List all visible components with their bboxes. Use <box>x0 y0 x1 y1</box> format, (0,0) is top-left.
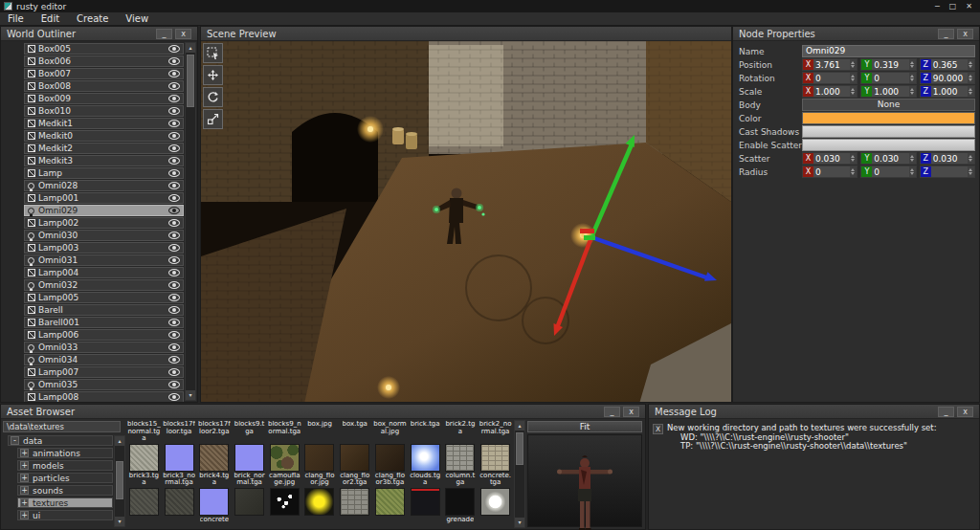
texture-asset[interactable] <box>479 488 512 524</box>
scroll-down-icon[interactable]: ▾ <box>115 517 124 526</box>
texture-asset[interactable]: blocks9_normal.tga <box>268 420 301 443</box>
position-z-field[interactable]: Z0.365 <box>920 58 975 71</box>
eye-icon[interactable] <box>168 194 180 202</box>
outliner-item[interactable]: Lamp001 <box>24 192 184 204</box>
fit-button[interactable]: Fit <box>527 421 642 432</box>
close-button[interactable]: x <box>623 407 639 417</box>
outliner-item[interactable]: Lamp008 <box>24 391 184 402</box>
texture-thumbnail[interactable] <box>304 444 334 472</box>
scene-viewport[interactable] <box>201 41 731 402</box>
texture-asset[interactable]: brick3_normal.tga <box>163 444 196 487</box>
minimize-button[interactable]: _ <box>604 407 620 417</box>
texture-thumbnail[interactable] <box>234 488 264 516</box>
texture-thumbnail[interactable] <box>165 444 194 472</box>
stepper-icon[interactable] <box>850 153 857 164</box>
scale-tool-button[interactable] <box>203 109 223 129</box>
eye-icon[interactable] <box>168 256 180 264</box>
scroll-down-icon[interactable]: ▾ <box>186 390 195 400</box>
texture-thumbnail[interactable] <box>270 444 300 472</box>
eye-icon[interactable] <box>168 244 180 252</box>
texture-thumbnail[interactable] <box>375 488 405 516</box>
texture-asset[interactable] <box>163 488 196 524</box>
texture-thumbnail[interactable] <box>411 488 440 516</box>
expand-icon[interactable]: + <box>20 511 29 519</box>
outliner-item[interactable]: Omni034 <box>24 354 184 365</box>
stepper-icon[interactable] <box>850 166 857 177</box>
texture-asset[interactable] <box>303 488 337 524</box>
eye-icon[interactable] <box>168 343 180 351</box>
enable-scatter-checkbox[interactable] <box>802 139 975 151</box>
texture-thumbnail[interactable] <box>304 488 334 516</box>
eye-icon[interactable] <box>168 356 180 364</box>
stepper-icon[interactable] <box>968 166 974 177</box>
eye-icon[interactable] <box>168 207 180 214</box>
log-entry-close-button[interactable]: X <box>653 424 663 434</box>
eye-icon[interactable] <box>168 306 180 314</box>
body-dropdown[interactable]: None <box>802 99 975 111</box>
expand-icon[interactable]: + <box>20 474 29 482</box>
menu-create[interactable]: Create <box>77 13 108 24</box>
texture-asset[interactable] <box>233 488 266 524</box>
stepper-icon[interactable] <box>909 153 916 164</box>
scale-x-field[interactable]: X1.000 <box>802 85 858 98</box>
rotation-y-field[interactable]: Y0 <box>860 72 916 84</box>
expand-icon[interactable]: + <box>20 461 29 470</box>
texture-thumbnail[interactable] <box>270 488 300 516</box>
asset-browser-titlebar[interactable]: Asset Browser _ x <box>1 405 645 419</box>
texture-asset[interactable]: grenade <box>444 488 478 524</box>
rotation-x-field[interactable]: X0 <box>802 72 858 84</box>
radius-x-field[interactable]: X0 <box>802 166 858 178</box>
texture-thumbnail[interactable] <box>234 444 264 472</box>
eye-icon[interactable] <box>168 294 180 301</box>
texture-asset[interactable]: brick_normal.tga <box>233 444 266 487</box>
scroll-down-icon[interactable]: ▾ <box>515 518 524 527</box>
texture-asset[interactable] <box>127 488 161 524</box>
scroll-thumb[interactable] <box>187 55 194 107</box>
scene-preview-titlebar[interactable]: Scene Preview <box>201 27 731 41</box>
expand-icon[interactable]: + <box>20 486 29 495</box>
scroll-up-icon[interactable]: ▴ <box>115 436 124 446</box>
minimize-button[interactable]: _ <box>938 407 954 417</box>
outliner-item[interactable]: Omni029 <box>24 205 184 216</box>
outliner-item[interactable]: Medkit0 <box>24 130 184 142</box>
eye-icon[interactable] <box>168 45 180 53</box>
eye-icon[interactable] <box>168 107 180 115</box>
collapse-icon[interactable]: - <box>11 436 19 445</box>
scale-y-field[interactable]: Y1.000 <box>860 85 916 98</box>
texture-asset[interactable]: brick3.tga <box>127 444 161 487</box>
outliner-item[interactable]: Lamp006 <box>24 329 184 341</box>
position-y-field[interactable]: Y0.319 <box>860 58 916 71</box>
radius-z-field[interactable]: Z <box>920 166 975 178</box>
eye-icon[interactable] <box>168 393 180 401</box>
rotation-z-field[interactable]: Z90.000 <box>920 72 975 84</box>
outliner-item[interactable]: Box009 <box>24 93 184 104</box>
close-button[interactable]: x <box>957 29 973 39</box>
outliner-item[interactable]: Box010 <box>24 105 184 117</box>
eye-icon[interactable] <box>168 144 180 152</box>
outliner-item[interactable]: Omni035 <box>24 379 184 390</box>
scatter-z-field[interactable]: Z0.030 <box>920 152 975 165</box>
grid-scrollbar[interactable]: ▴ ▾ <box>514 420 525 528</box>
tree-scrollbar[interactable]: ▴ ▾ <box>114 435 125 527</box>
cast-shadows-checkbox[interactable] <box>802 125 975 138</box>
texture-thumbnail[interactable] <box>340 488 369 516</box>
window-minimize-icon[interactable]: ─ <box>935 2 940 11</box>
menu-view[interactable]: View <box>125 13 148 24</box>
texture-thumbnail[interactable] <box>411 444 440 472</box>
scatter-x-field[interactable]: X0.030 <box>802 152 858 165</box>
texture-asset[interactable]: blocks17floor2.tga <box>197 420 231 443</box>
eye-icon[interactable] <box>168 381 180 388</box>
eye-icon[interactable] <box>168 232 180 239</box>
stepper-icon[interactable] <box>850 59 857 70</box>
texture-asset[interactable]: blocks15_normal.tga <box>127 420 161 443</box>
radius-y-field[interactable]: Y0 <box>860 166 916 178</box>
minimize-button[interactable]: _ <box>938 29 954 39</box>
eye-icon[interactable] <box>168 95 180 102</box>
expand-icon[interactable]: + <box>20 498 29 507</box>
texture-thumbnail[interactable] <box>199 444 229 472</box>
outliner-item[interactable]: Lamp003 <box>24 242 184 254</box>
outliner-item[interactable]: Medkit2 <box>24 143 184 154</box>
outliner-item[interactable]: Omni028 <box>24 180 184 191</box>
texture-asset[interactable]: box_normal.jpg <box>373 420 407 443</box>
texture-asset[interactable]: concrete <box>197 488 231 524</box>
